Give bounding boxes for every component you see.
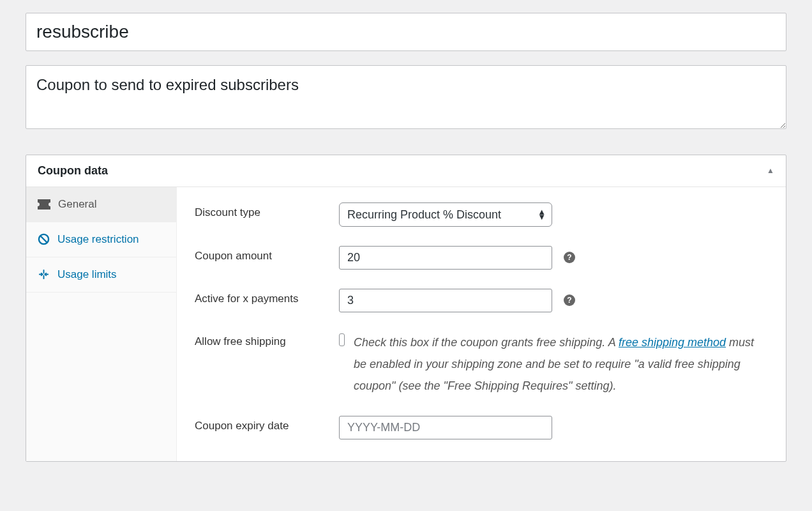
discount-type-label: Discount type: [195, 202, 339, 219]
coupon-amount-label: Coupon amount: [195, 246, 339, 263]
coupon-title-input[interactable]: [26, 13, 786, 51]
free-shipping-description: Check this box if the coupon grants free…: [354, 332, 768, 397]
ticket-icon: [38, 199, 50, 210]
tab-label: General: [58, 197, 96, 211]
expiry-date-input[interactable]: [339, 416, 552, 439]
svg-line-1: [40, 236, 47, 243]
discount-type-select[interactable]: Recurring Product % Discount: [339, 202, 552, 227]
expiry-date-label: Coupon expiry date: [195, 416, 339, 432]
coupon-description-textarea[interactable]: Coupon to send to expired subscribers: [26, 65, 786, 129]
coupon-tabs: General Usage restriction Usage limits: [26, 187, 177, 462]
tab-usage-restriction[interactable]: Usage restriction: [26, 222, 176, 257]
general-panel: Discount type Recurring Product % Discou…: [177, 187, 786, 462]
active-for-x-label: Active for x payments: [195, 289, 339, 305]
ban-icon: [38, 233, 50, 245]
metabox-title: Coupon data: [38, 164, 108, 178]
free-shipping-method-link[interactable]: free shipping method: [619, 336, 726, 349]
coupon-amount-input[interactable]: [339, 246, 552, 270]
free-shipping-checkbox[interactable]: [339, 333, 345, 346]
coupon-data-metabox: Coupon data ▲ General Usage restriction: [26, 155, 786, 462]
tab-label: Usage restriction: [57, 233, 139, 247]
tab-label: Usage limits: [57, 268, 117, 282]
help-icon[interactable]: ?: [564, 294, 575, 306]
metabox-toggle[interactable]: Coupon data ▲: [26, 155, 786, 187]
free-shipping-label: Allow free shipping: [195, 332, 339, 348]
limits-icon: [38, 268, 50, 280]
help-icon[interactable]: ?: [564, 252, 575, 263]
tab-usage-limits[interactable]: Usage limits: [26, 257, 176, 293]
collapse-icon: ▲: [767, 166, 774, 175]
active-for-x-input[interactable]: [339, 289, 552, 312]
tab-general[interactable]: General: [26, 187, 176, 222]
